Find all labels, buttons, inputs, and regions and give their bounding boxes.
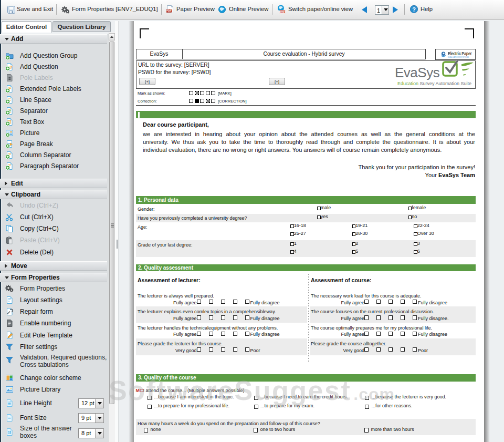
- svg-text:?: ?: [412, 6, 416, 13]
- svg-text:PDF: PDF: [280, 11, 285, 14]
- svg-text:PDF: PDF: [166, 9, 172, 12]
